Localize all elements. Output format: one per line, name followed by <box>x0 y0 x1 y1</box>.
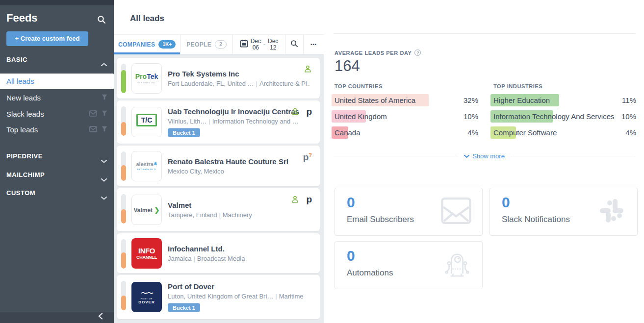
show-more-row: Show more <box>334 152 635 160</box>
search-icon <box>290 40 298 50</box>
company-card[interactable]: alestra✻ SE TRATA DE TI Renato Balestra … <box>117 146 320 186</box>
pipedrive-icon[interactable]: p <box>306 107 312 116</box>
sidebar-top-strip <box>0 0 114 5</box>
automations-count: 0 <box>347 248 355 264</box>
slack-notifications-card[interactable]: 0 Slack Notifications <box>489 188 638 236</box>
lead-quality-bar <box>121 194 126 224</box>
contact-person-icon[interactable] <box>291 107 299 118</box>
company-logo: alestra✻ SE TRATA DE TI <box>131 151 162 181</box>
pipedrive-unmatched-icon[interactable]: p? <box>303 152 312 162</box>
company-logo: 〜〜 PORT OF DOVER <box>131 282 162 312</box>
industry-row: Computer Software 4% <box>493 126 636 139</box>
company-location: Luton, United Kingdom of Great Bri… <box>168 293 273 300</box>
email-subscribers-card[interactable]: 0 Email Subscribers <box>335 188 483 236</box>
company-card[interactable]: 〜〜 PORT OF DOVER Port of Dover Luton, Un… <box>117 275 320 319</box>
envelope-icon[interactable] <box>89 106 97 122</box>
divider <box>334 33 635 34</box>
industry-row: Higher Education 11% <box>493 94 636 106</box>
company-industry: Maritime <box>279 293 304 300</box>
envelope-icon[interactable] <box>89 122 97 138</box>
industry-pct: 4% <box>625 128 636 137</box>
robot-icon <box>443 250 471 280</box>
company-logo: INFOCHANNEL <box>131 238 162 269</box>
country-pct: 10% <box>464 112 478 121</box>
plus-icon: + <box>15 35 21 42</box>
lead-quality-bar <box>121 64 126 93</box>
company-location: Fort Lauderdale, FL, United … <box>168 80 254 87</box>
sidebar-group-custom[interactable]: CUSTOM <box>6 185 107 201</box>
country-pct: 4% <box>467 128 478 137</box>
stats-panel: AVERAGE LEADS PER DAY ? 164 TOP COUNTRIE… <box>324 0 644 323</box>
sidebar-item-all-leads[interactable]: All leads <box>0 74 114 89</box>
collapse-sidebar-icon[interactable] <box>98 313 103 322</box>
country-row: United States of America 32% <box>335 94 478 106</box>
search-icon[interactable] <box>97 15 106 24</box>
date-range-picker[interactable]: Dec06 - Dec12 <box>233 35 285 54</box>
industry-row: Information Technology And Services 10% <box>493 110 636 123</box>
sidebar: Feeds + Create custom feed BASIC All lea… <box>0 0 114 323</box>
show-more-button[interactable]: Show more <box>464 152 505 160</box>
company-card[interactable]: INFOCHANNEL Infochannel Ltd. Jamaica|Bro… <box>117 233 320 273</box>
contact-person-icon[interactable] <box>304 65 312 75</box>
company-industry: Broadcast Media <box>197 255 245 262</box>
company-logo: ProTek SYSTEMS INC <box>131 63 162 94</box>
company-card[interactable]: T/C ───────── Uab Technologiju Ir Inovac… <box>117 100 320 144</box>
country-pct: 32% <box>464 96 478 104</box>
help-icon[interactable]: ? <box>414 50 421 56</box>
company-card[interactable]: Valmet ❯ Valmet Tampere, Finland|Machine… <box>117 188 320 231</box>
top-countries-list: United States of America 32% United King… <box>335 94 478 143</box>
calendar-icon <box>240 39 248 50</box>
contact-person-icon[interactable] <box>291 195 299 205</box>
company-location: Jamaica <box>168 255 191 262</box>
create-custom-feed-button[interactable]: + Create custom feed <box>6 31 88 46</box>
company-logo: T/C ───────── <box>131 107 162 137</box>
filter-icon[interactable] <box>101 122 108 138</box>
industry-name: Higher Education <box>493 96 550 104</box>
sidebar-group-mailchimp[interactable]: MAILCHIMP <box>6 167 107 183</box>
lead-quality-bar <box>121 281 126 310</box>
company-logo: Valmet ❯ <box>131 195 162 225</box>
company-name: Port of Dover <box>168 282 310 291</box>
tab-people[interactable]: PEOPLE 2 <box>180 35 233 54</box>
filter-icon[interactable] <box>101 90 108 106</box>
company-location: Tampere, Finland <box>168 211 217 219</box>
sidebar-item-slack-leads[interactable]: Slack leads <box>0 106 114 122</box>
lead-quality-bar <box>121 106 126 136</box>
page-title: All leads <box>130 14 164 24</box>
country-name: United Kingdom <box>335 112 387 121</box>
email-icon <box>441 197 471 226</box>
company-industry: Information Technology and … <box>212 118 299 125</box>
sidebar-group-basic[interactable]: BASIC <box>6 52 107 68</box>
pipedrive-icon[interactable]: p <box>306 195 312 204</box>
email-subscribers-count: 0 <box>347 194 355 211</box>
chevron-down-icon <box>464 152 469 160</box>
chevron-down-icon <box>101 190 107 206</box>
company-name: Pro Tek Systems Inc <box>168 70 310 78</box>
bucket-tag[interactable]: Bucket 1 <box>168 303 200 312</box>
leads-panel: All leads COMPANIES 1K+ PEOPLE 2 Dec06 -… <box>114 0 324 323</box>
tab-companies[interactable]: COMPANIES 1K+ <box>114 35 180 54</box>
sidebar-item-new-leads[interactable]: New leads <box>0 90 114 106</box>
company-industry: Machinery <box>223 211 252 219</box>
bucket-tag[interactable]: Bucket 1 <box>168 128 200 137</box>
people-count-badge: 2 <box>215 40 227 49</box>
more-options-button[interactable]: ••• <box>304 35 324 54</box>
industry-name: Computer Software <box>493 128 557 137</box>
country-row: United Kingdom 10% <box>335 110 478 123</box>
tab-bar: COMPANIES 1K+ PEOPLE 2 Dec06 - Dec12 ••• <box>114 34 324 54</box>
sidebar-item-top-leads[interactable]: Top leads <box>0 122 114 138</box>
company-name: Infochannel Ltd. <box>168 245 310 253</box>
industry-name: Information Technology And Services <box>493 112 615 121</box>
company-card[interactable]: ProTek SYSTEMS INC Pro Tek Systems Inc F… <box>117 58 320 99</box>
search-leads-button[interactable] <box>285 35 304 54</box>
automations-card[interactable]: 0 Automations <box>335 241 483 289</box>
company-name: Uab Technologiju Ir Inovaciju Centras <box>168 107 310 116</box>
sidebar-title: Feeds <box>6 12 38 25</box>
top-industries-list: Higher Education 11% Information Technol… <box>493 94 636 143</box>
filter-icon[interactable] <box>101 106 108 122</box>
country-name: United States of America <box>335 96 415 104</box>
lead-quality-bar <box>121 239 126 269</box>
average-leads-value: 164 <box>335 57 360 75</box>
sidebar-group-pipedrive[interactable]: PIPEDRIVE <box>6 149 107 164</box>
top-industries-label: TOP INDUSTRIES <box>493 83 542 89</box>
